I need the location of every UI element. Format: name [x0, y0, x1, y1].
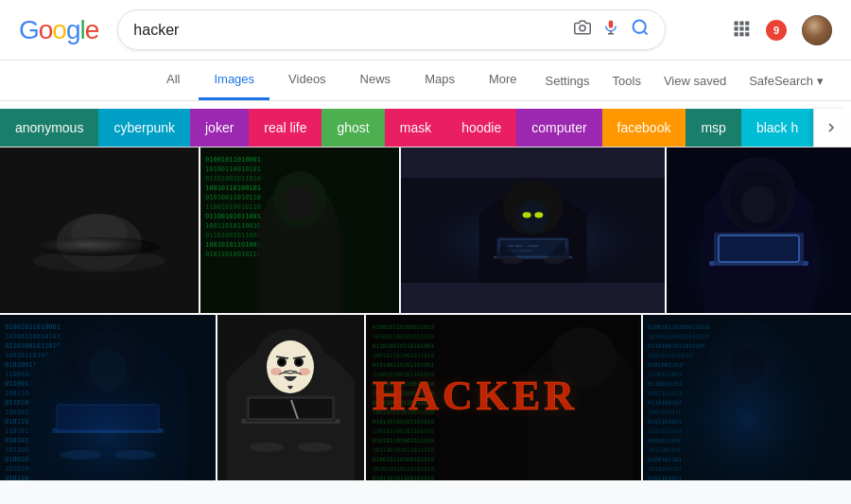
image-4[interactable]: [667, 148, 851, 313]
svg-text:10100110010101: 10100110010101: [5, 333, 61, 340]
camera-icon[interactable]: [574, 19, 591, 41]
nav-right: Settings Tools View saved SafeSearch ▾: [536, 62, 833, 99]
chip-hoodie[interactable]: hoodie: [446, 109, 516, 147]
logo-g1: G: [19, 15, 39, 45]
svg-text:011010010110101001: 011010010110101001: [373, 342, 434, 349]
svg-point-35: [285, 185, 315, 219]
image-grid: 01001011010001 10100110010101 0110100101…: [0, 148, 851, 480]
svg-text:10100110010101: 10100110010101: [205, 165, 261, 173]
nav-tabs: All Images Videos News Maps More Setting…: [0, 61, 851, 101]
svg-point-0: [580, 26, 585, 31]
search-input[interactable]: [133, 22, 564, 39]
svg-point-92: [296, 359, 302, 365]
svg-point-41: [534, 212, 543, 217]
avatar[interactable]: [802, 15, 832, 45]
svg-text:HACKER: HACKER: [373, 373, 578, 419]
svg-point-100: [298, 443, 332, 452]
svg-text:01011010010110: 01011010010110: [205, 251, 261, 258]
svg-text:11001010010110: 11001010010110: [205, 203, 261, 211]
logo-e: e: [85, 15, 99, 45]
image-7[interactable]: 010010110100011010 101001100101011010 01…: [366, 315, 641, 480]
image-2[interactable]: 01001011010001 10100110010101 0110100101…: [200, 148, 399, 313]
svg-rect-57: [719, 235, 799, 262]
search-icon[interactable]: [631, 18, 650, 42]
header-right: 9: [732, 15, 832, 45]
image-row-2: 01001011010001 10100110010101 0110100101…: [0, 315, 851, 480]
settings-link[interactable]: Settings: [536, 62, 599, 99]
chip-mask[interactable]: mask: [385, 109, 446, 147]
tab-images[interactable]: Images: [199, 61, 269, 100]
search-bar: [117, 9, 666, 50]
svg-text:01100101011001: 01100101011001: [205, 213, 261, 220]
chip-ghost[interactable]: ghost: [321, 109, 384, 147]
notification-badge[interactable]: 9: [766, 20, 787, 41]
chip-computer[interactable]: computer: [516, 109, 601, 147]
header: Google: [0, 0, 851, 61]
tools-link[interactable]: Tools: [603, 62, 651, 99]
safesearch-link[interactable]: SafeSearch ▾: [739, 62, 833, 99]
svg-text:01101001011010: 01101001011010: [205, 175, 261, 182]
svg-rect-9: [735, 26, 738, 30]
tab-all[interactable]: All: [151, 61, 195, 100]
logo-g2: g: [66, 15, 80, 45]
svg-point-40: [523, 212, 531, 217]
google-logo: Google: [19, 15, 98, 45]
image-1[interactable]: [0, 148, 199, 313]
svg-point-4: [634, 21, 646, 33]
image-8[interactable]: 010010110100011010 101001100101011010 01…: [643, 315, 851, 480]
filter-next-arrow[interactable]: [813, 109, 847, 147]
svg-text:010100110101101001: 010100110101101001: [373, 361, 434, 368]
svg-text:100101101001011010: 100101101001011010: [373, 352, 434, 358]
svg-point-49: [543, 257, 564, 265]
svg-rect-10: [739, 26, 743, 30]
svg-text:01001011010001: 01001011010001: [5, 323, 61, 331]
svg-rect-13: [739, 32, 743, 36]
mic-icon[interactable]: [602, 19, 619, 41]
svg-text:101100101011011010: 101100101011011010: [373, 446, 434, 453]
tab-videos[interactable]: Videos: [273, 61, 341, 100]
svg-point-39: [518, 200, 548, 234]
svg-line-5: [644, 31, 648, 35]
svg-rect-14: [745, 32, 749, 36]
chip-anonymous[interactable]: anonymous: [0, 109, 98, 147]
svg-point-19: [38, 237, 161, 256]
chip-joker[interactable]: joker: [190, 109, 249, 147]
svg-rect-8: [745, 21, 749, 25]
svg-rect-7: [739, 21, 743, 25]
chip-cyberpunk[interactable]: cyberpunk: [98, 109, 190, 147]
svg-point-99: [250, 443, 284, 452]
image-3[interactable]: > sudo hack --target > access granted...: [401, 148, 665, 313]
avatar-image: [802, 15, 832, 45]
svg-text:110101100101101010: 110101100101101010: [373, 427, 434, 434]
svg-point-93: [270, 368, 282, 375]
svg-rect-1: [609, 21, 614, 28]
svg-text:010010110100101010: 010010110100101010: [373, 456, 434, 462]
svg-text:010110100101101010: 010110100101101010: [373, 418, 434, 425]
chip-black-h[interactable]: black h: [741, 109, 813, 147]
svg-text:10010110100101: 10010110100101: [205, 184, 261, 192]
svg-text:01101001011001: 01101001011001: [205, 232, 261, 239]
chip-facebook[interactable]: facebook: [602, 109, 686, 147]
filter-bar: anonymous cyberpunk joker real life ghos…: [0, 101, 851, 148]
logo-o1: o: [39, 15, 53, 45]
svg-rect-11: [745, 26, 749, 30]
svg-text:101001100101011010: 101001100101011010: [373, 333, 434, 339]
svg-rect-6: [735, 21, 738, 25]
view-saved-link[interactable]: View saved: [654, 62, 736, 99]
svg-point-88: [267, 340, 314, 393]
svg-text:10011010110010: 10011010110010: [205, 222, 261, 230]
tab-more[interactable]: More: [474, 61, 532, 100]
svg-point-91: [279, 359, 285, 365]
image-6[interactable]: [217, 315, 364, 480]
svg-text:01010011010110: 01010011010110: [205, 194, 261, 201]
svg-text:01101001011010: 01101001011010: [5, 342, 61, 350]
svg-text:010010110100011010: 010010110100011010: [373, 323, 434, 330]
grid-icon[interactable]: [732, 19, 751, 42]
svg-text:010101101001011010: 010101101001011010: [373, 437, 434, 443]
chip-msp[interactable]: msp: [686, 109, 740, 147]
svg-point-48: [501, 257, 523, 265]
tab-maps[interactable]: Maps: [409, 61, 470, 100]
image-5[interactable]: 01001011010001 10100110010101 0110100101…: [0, 315, 216, 480]
chip-real-life[interactable]: real life: [249, 109, 321, 147]
tab-news[interactable]: News: [345, 61, 407, 100]
